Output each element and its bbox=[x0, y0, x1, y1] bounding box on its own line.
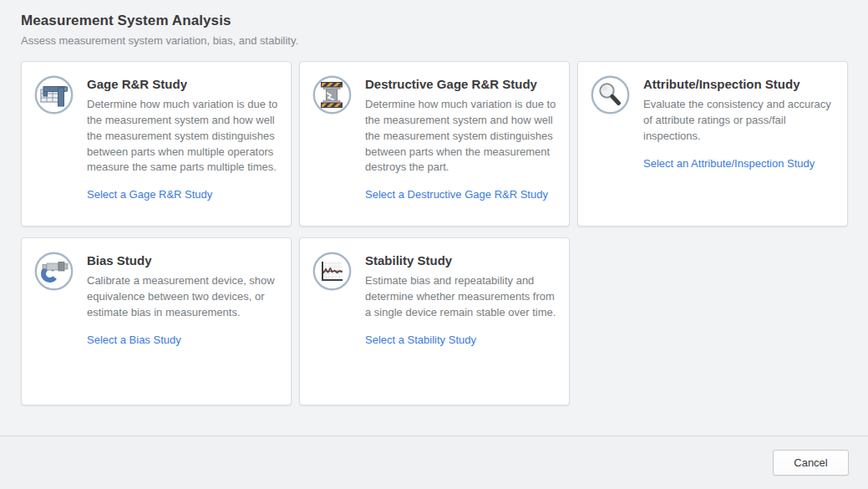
card-title: Destructive Gage R&R Study bbox=[365, 77, 556, 91]
card-attribute-inspection-study[interactable]: Attribute/Inspection Study Evaluate the … bbox=[577, 61, 848, 227]
caliper-grid-icon bbox=[34, 75, 74, 115]
card-description: Calibrate a measurement device, show equ… bbox=[87, 273, 278, 321]
select-destructive-gage-rr-link[interactable]: Select a Destructive Gage R&R Study bbox=[365, 188, 548, 201]
card-description: Determine how much variation is due to t… bbox=[365, 97, 556, 176]
card-body: Bias Study Calibrate a measurement devic… bbox=[87, 252, 278, 347]
card-title: Gage R&R Study bbox=[87, 77, 278, 91]
dialog-footer: Cancel bbox=[0, 436, 868, 489]
card-body: Destructive Gage R&R Study Determine how… bbox=[365, 75, 556, 201]
select-attribute-inspection-link[interactable]: Select an Attribute/Inspection Study bbox=[643, 157, 815, 170]
card-description: Evaluate the consistency and accuracy of… bbox=[643, 97, 835, 145]
micrometer-icon bbox=[34, 252, 74, 291]
card-bias-study[interactable]: Bias Study Calibrate a measurement devic… bbox=[21, 237, 292, 405]
cancel-button[interactable]: Cancel bbox=[773, 450, 849, 476]
card-destructive-gage-rr-study[interactable]: Destructive Gage R&R Study Determine how… bbox=[299, 61, 570, 227]
page-title: Measurement System Analysis bbox=[21, 13, 847, 29]
card-stability-study[interactable]: Stability Study Estimate bias and repeat… bbox=[299, 237, 570, 405]
card-body: Stability Study Estimate bias and repeat… bbox=[365, 252, 556, 347]
study-cards-grid: Gage R&R Study Determine how much variat… bbox=[21, 61, 848, 405]
page-subtitle: Assess measurement system variation, bia… bbox=[21, 34, 847, 47]
card-title: Attribute/Inspection Study bbox=[643, 77, 835, 91]
card-title: Bias Study bbox=[87, 253, 278, 267]
card-gage-rr-study[interactable]: Gage R&R Study Determine how much variat… bbox=[21, 61, 292, 227]
card-description: Estimate bias and repeatability and dete… bbox=[365, 273, 556, 321]
magnifying-glass-icon bbox=[591, 75, 630, 115]
card-title: Stability Study bbox=[365, 253, 556, 267]
card-body: Gage R&R Study Determine how much variat… bbox=[87, 75, 278, 201]
select-gage-rr-link[interactable]: Select a Gage R&R Study bbox=[87, 188, 212, 201]
destructive-press-icon bbox=[312, 75, 352, 115]
card-body: Attribute/Inspection Study Evaluate the … bbox=[643, 75, 835, 171]
page-header: Measurement System Analysis Assess measu… bbox=[0, 0, 868, 47]
select-bias-link[interactable]: Select a Bias Study bbox=[87, 334, 181, 346]
card-description: Determine how much variation is due to t… bbox=[87, 97, 278, 176]
select-stability-link[interactable]: Select a Stability Study bbox=[365, 334, 476, 346]
run-chart-icon bbox=[312, 252, 352, 291]
